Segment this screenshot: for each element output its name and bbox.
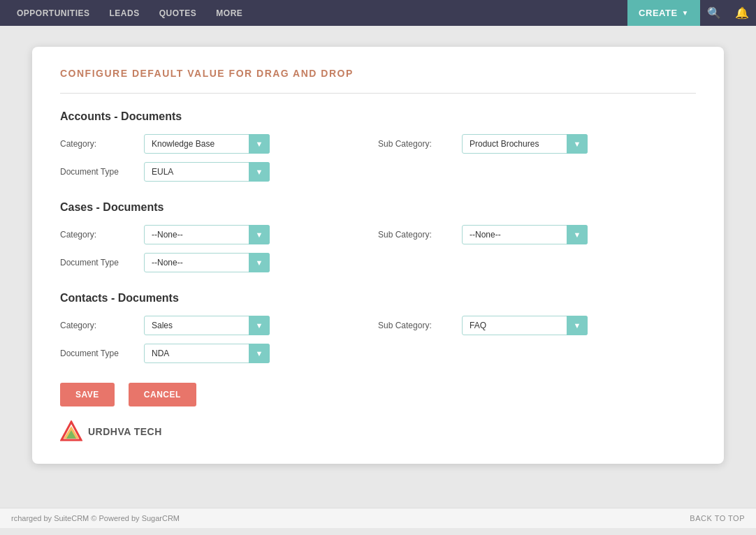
cases-section: Cases - Documents Category: --None-- Kno…	[60, 201, 696, 272]
contacts-subcategory-select-wrapper: FAQ --None-- Product Brochures ▼	[462, 316, 588, 335]
cases-doctype-label: Document Type	[60, 258, 144, 268]
nav-item-opportunities[interactable]: OPPORTUNITIES	[7, 0, 100, 26]
contacts-category-select[interactable]: Sales --None-- Knowledge Base	[144, 316, 270, 335]
accounts-category-select-wrapper: Knowledge Base --None-- Sales ▼	[144, 134, 270, 154]
cases-doctype-row: Document Type --None-- EULA NDA ▼	[60, 253, 696, 272]
contacts-subcategory-group: Sub Category: FAQ --None-- Product Broch…	[378, 316, 696, 335]
accounts-doctype-select[interactable]: EULA --None-- NDA	[144, 162, 270, 182]
contacts-category-row: Category: Sales --None-- Knowledge Base …	[60, 316, 696, 335]
accounts-category-group: Category: Knowledge Base --None-- Sales …	[60, 134, 378, 154]
nav-item-quotes[interactable]: QUOTES	[150, 0, 207, 26]
accounts-doctype-group: Document Type EULA --None-- NDA ▼	[60, 162, 378, 182]
accounts-section: Accounts - Documents Category: Knowledge…	[60, 110, 696, 182]
create-label: CREATE	[639, 8, 677, 18]
contacts-subcategory-label: Sub Category:	[378, 321, 462, 330]
contacts-doctype-label: Document Type	[60, 349, 144, 358]
nav-item-leads[interactable]: LEADS	[100, 0, 150, 26]
search-button[interactable]: 🔍	[700, 0, 728, 26]
modal-card: CONFIGURE DEFAULT VALUE FOR DRAG AND DRO…	[32, 47, 724, 464]
cases-subcategory-label: Sub Category:	[378, 230, 462, 240]
cases-section-title: Cases - Documents	[60, 201, 696, 214]
accounts-doctype-select-wrapper: EULA --None-- NDA ▼	[144, 162, 270, 182]
accounts-subcategory-group: Sub Category: Product Brochures --None--…	[378, 134, 696, 154]
accounts-subcategory-select[interactable]: Product Brochures --None-- FAQ	[462, 134, 588, 154]
contacts-doctype-select[interactable]: NDA --None-- EULA	[144, 344, 270, 363]
accounts-category-row: Category: Knowledge Base --None-- Sales …	[60, 134, 696, 154]
modal-title: CONFIGURE DEFAULT VALUE FOR DRAG AND DRO…	[60, 68, 696, 79]
contacts-doctype-row: Document Type NDA --None-- EULA ▼	[60, 344, 696, 363]
cases-category-select[interactable]: --None-- Knowledge Base Sales	[144, 225, 270, 244]
back-to-top[interactable]: BACK TO TOP	[690, 514, 745, 522]
footer-left-text: rcharged by SuiteCRM © Powered by SugarC…	[11, 514, 180, 522]
accounts-category-select[interactable]: Knowledge Base --None-- Sales	[144, 134, 270, 154]
accounts-section-title: Accounts - Documents	[60, 110, 696, 123]
cases-doctype-select-wrapper: --None-- EULA NDA ▼	[144, 253, 270, 272]
page-footer: rcharged by SuiteCRM © Powered by SugarC…	[0, 508, 756, 528]
contacts-doctype-group: Document Type NDA --None-- EULA ▼	[60, 344, 378, 363]
cases-category-select-wrapper: --None-- Knowledge Base Sales ▼	[144, 225, 270, 244]
accounts-subcategory-label: Sub Category:	[378, 139, 462, 149]
contacts-doctype-select-wrapper: NDA --None-- EULA ▼	[144, 344, 270, 363]
accounts-doctype-row: Document Type EULA --None-- NDA ▼	[60, 162, 696, 182]
create-button[interactable]: CREATE ▼	[627, 0, 700, 26]
accounts-doctype-label: Document Type	[60, 167, 144, 177]
nav-item-more[interactable]: MORE	[206, 0, 252, 26]
logo-icon	[60, 420, 82, 443]
create-dropdown-arrow: ▼	[682, 9, 689, 17]
main-content: CONFIGURE DEFAULT VALUE FOR DRAG AND DRO…	[0, 26, 756, 508]
contacts-category-select-wrapper: Sales --None-- Knowledge Base ▼	[144, 316, 270, 335]
contacts-category-label: Category:	[60, 321, 144, 330]
save-button[interactable]: SAVE	[60, 383, 115, 406]
cases-category-label: Category:	[60, 230, 144, 240]
title-divider	[60, 93, 696, 94]
nav-right: CREATE ▼ 🔍 🔔	[627, 0, 756, 26]
accounts-category-label: Category:	[60, 139, 144, 149]
cases-doctype-select[interactable]: --None-- EULA NDA	[144, 253, 270, 272]
search-icon: 🔍	[707, 6, 721, 20]
cases-subcategory-select[interactable]: --None-- Product Brochures FAQ	[462, 225, 588, 244]
bell-icon: 🔔	[735, 6, 749, 20]
contacts-section: Contacts - Documents Category: Sales --N…	[60, 292, 696, 363]
cancel-button[interactable]: CANCEL	[129, 383, 196, 406]
cases-category-row: Category: --None-- Knowledge Base Sales …	[60, 225, 696, 244]
action-buttons: SAVE CANCEL	[60, 383, 696, 406]
top-navigation: OPPORTUNITIES LEADS QUOTES MORE CREATE ▼…	[0, 0, 756, 26]
contacts-subcategory-select[interactable]: FAQ --None-- Product Brochures	[462, 316, 588, 335]
nav-items: OPPORTUNITIES LEADS QUOTES MORE	[7, 0, 252, 26]
cases-subcategory-group: Sub Category: --None-- Product Brochures…	[378, 225, 696, 244]
cases-subcategory-select-wrapper: --None-- Product Brochures FAQ ▼	[462, 225, 588, 244]
cases-doctype-group: Document Type --None-- EULA NDA ▼	[60, 253, 378, 272]
cases-category-group: Category: --None-- Knowledge Base Sales …	[60, 225, 378, 244]
logo-area: URDHVA TECH	[60, 420, 696, 443]
contacts-section-title: Contacts - Documents	[60, 292, 696, 305]
notifications-button[interactable]: 🔔	[728, 0, 756, 26]
accounts-subcategory-select-wrapper: Product Brochures --None-- FAQ ▼	[462, 134, 588, 154]
contacts-category-group: Category: Sales --None-- Knowledge Base …	[60, 316, 378, 335]
logo-text: URDHVA TECH	[88, 426, 162, 437]
